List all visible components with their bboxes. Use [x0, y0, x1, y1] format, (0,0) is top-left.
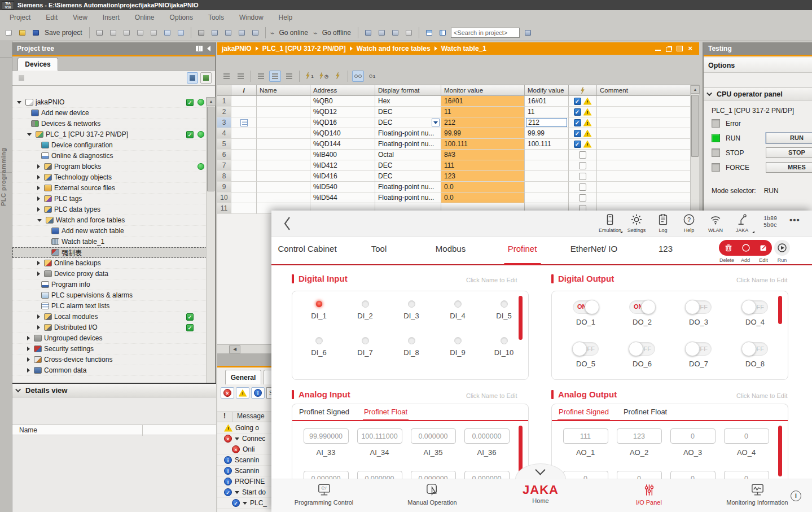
analog-output-tab-profinet-signed[interactable]: Profinet Signed [559, 408, 609, 420]
menu-online[interactable]: Online [135, 14, 155, 21]
breadcrumb-item[interactable]: jakaPNIO [222, 45, 252, 52]
do-channel-label[interactable]: DO_4 [745, 318, 765, 326]
nav-home[interactable]: JAKA Home [498, 483, 583, 504]
collapsed-arrow-icon[interactable] [37, 261, 40, 265]
tree-item[interactable]: jakaPNIO✓ [12, 97, 207, 108]
tree-item[interactable]: PLC alarm text lists [12, 301, 207, 312]
expand-arrow-icon[interactable] [235, 437, 239, 440]
do-toggle[interactable]: OFF [629, 342, 655, 356]
modify-value-input[interactable]: 212 [526, 118, 567, 127]
back-chevron-icon[interactable] [283, 216, 292, 233]
analog-output-channel-label[interactable]: AO_1 [576, 448, 595, 457]
tab-devices[interactable]: Devices [17, 58, 58, 71]
options-section-header[interactable]: Options [704, 58, 812, 73]
collapsed-arrow-icon[interactable] [37, 164, 40, 169]
do-toggle[interactable]: OFF [573, 342, 599, 356]
di-channel-label[interactable]: DI_10 [494, 348, 514, 357]
analog-output-hint[interactable]: Click Name to Edit [736, 392, 787, 399]
list-view-icon[interactable] [187, 72, 198, 84]
collapsed-arrow-icon[interactable] [27, 357, 30, 362]
float-window-icon[interactable] [666, 47, 671, 52]
open-project-icon[interactable] [17, 28, 28, 38]
jaka-tab-profinet[interactable]: Profinet [486, 244, 558, 257]
watch-table-row[interactable]: 6%IB400Octal8#3 [217, 150, 699, 160]
watch-table-row[interactable]: 1%QB0Hex16#0116#01✓! [217, 96, 699, 107]
scrollbar-thumb[interactable] [207, 107, 214, 191]
tree-item[interactable]: Online & diagnostics [12, 151, 207, 161]
modify-enable-checkbox[interactable]: ✓ [574, 141, 581, 148]
analog-input-channel-label[interactable]: AI_33 [317, 448, 336, 457]
do-toggle[interactable]: OFF [686, 300, 712, 314]
modify-all-icon[interactable] [332, 71, 344, 82]
download-to-device-icon[interactable] [209, 28, 220, 38]
copy-icon[interactable] [121, 28, 132, 38]
collapsed-arrow-icon[interactable] [37, 196, 40, 201]
tree-item[interactable]: Program info [12, 279, 207, 290]
jaka-robot-icon[interactable]: JAKA [729, 213, 755, 234]
analog-output-value-field[interactable]: 111 [563, 428, 608, 444]
do-channel-label[interactable]: DO_3 [689, 318, 708, 326]
do-toggle[interactable]: OFF [742, 300, 768, 314]
stop-cpu-icon[interactable] [250, 28, 261, 38]
analog-input-hint[interactable]: Click Name to Edit [466, 392, 517, 399]
split-editor-vertical-icon[interactable] [437, 28, 448, 38]
modify-enable-checkbox[interactable] [579, 183, 586, 191]
details-view-header[interactable]: Details view [12, 384, 216, 397]
collapsed-arrow-icon[interactable] [27, 368, 30, 373]
modify-enable-checkbox[interactable] [579, 173, 586, 180]
do-toggle[interactable]: OFF [742, 342, 768, 356]
go-offline-button[interactable]: Go offline [322, 29, 351, 37]
tree-item[interactable]: PLC tags [12, 194, 207, 204]
do-channel-label[interactable]: DO_1 [576, 318, 595, 326]
analog-input-value-field[interactable]: 100.111000 [357, 428, 402, 444]
print-icon[interactable] [94, 28, 105, 38]
force-single-icon[interactable]: 1 [366, 71, 378, 82]
di-channel-label[interactable]: DI_3 [403, 312, 419, 320]
save-project-button[interactable]: Save project [45, 29, 82, 37]
log-icon[interactable]: Log [650, 213, 676, 234]
watch-table-row[interactable]: 5%QD144Floating-point nu...100.111100.11… [217, 139, 699, 150]
do-channel-label[interactable]: DO_8 [745, 360, 765, 368]
filter-info-icon[interactable]: i [251, 387, 265, 399]
tree-item[interactable]: Common data [12, 365, 207, 376]
modify-enable-checkbox[interactable] [579, 151, 586, 159]
watch-table-row[interactable]: 2%QD12DEC1111✓! [217, 107, 699, 117]
jaka-tab-tool[interactable]: Tool [343, 244, 415, 257]
maximize-icon[interactable] [677, 46, 683, 51]
do-toggle[interactable]: OFF [686, 342, 712, 356]
analog-input-channel-label[interactable]: AI_35 [424, 448, 443, 457]
modify-enable-checkbox[interactable]: ✓ [574, 98, 581, 105]
wlan-icon[interactable]: WLAN [703, 213, 728, 234]
expanded-arrow-icon[interactable] [37, 219, 42, 222]
remove-connection-icon[interactable] [403, 28, 414, 38]
tree-item[interactable]: Distributed I/O✓ [12, 322, 207, 333]
modify-trigger-icon[interactable]: ◷ [318, 71, 330, 82]
jaka-tab-ethernet-io[interactable]: EtherNet/ IO [558, 244, 630, 257]
go-offline-icon[interactable]: ⌁ [313, 29, 318, 37]
menu-view[interactable]: View [73, 14, 87, 21]
start-cpu-icon[interactable] [236, 28, 247, 38]
tree-item[interactable]: Technology objects [12, 172, 207, 183]
collapsed-arrow-icon[interactable] [37, 314, 40, 319]
analog-input-tab-profinet-signed[interactable]: Profinet Signed [299, 408, 349, 420]
jaka-tab-123[interactable]: 123 [630, 244, 701, 257]
tree-item[interactable]: External source files [12, 183, 207, 194]
project-tree-scrollbar[interactable]: ▲ ▼ [206, 97, 215, 424]
mres-button[interactable]: MRES [766, 162, 812, 173]
info-icon[interactable]: i [791, 491, 801, 501]
tree-item[interactable]: Devices & networks [12, 119, 207, 129]
close-icon[interactable]: × [688, 46, 692, 51]
digital-output-scrollbar[interactable] [778, 296, 782, 324]
menu-edit[interactable]: Edit [46, 14, 58, 21]
insert-rows-icon[interactable] [255, 71, 267, 82]
go-online-button[interactable]: Go online [279, 29, 308, 37]
run-icon[interactable] [774, 240, 790, 256]
analog-output-channel-label[interactable]: AO_2 [630, 448, 648, 457]
tree-item[interactable]: Cross-device functions [12, 355, 207, 365]
di-channel-label[interactable]: DI_1 [311, 312, 326, 320]
help-icon[interactable]: ? Help [676, 213, 702, 234]
tree-item[interactable]: PLC_1 [CPU 317-2 PN/DP]✓ [12, 129, 207, 140]
analog-output-scrollbar[interactable] [778, 426, 782, 476]
tree-item[interactable]: PLC data types [12, 204, 207, 215]
compile-icon[interactable] [196, 28, 207, 38]
